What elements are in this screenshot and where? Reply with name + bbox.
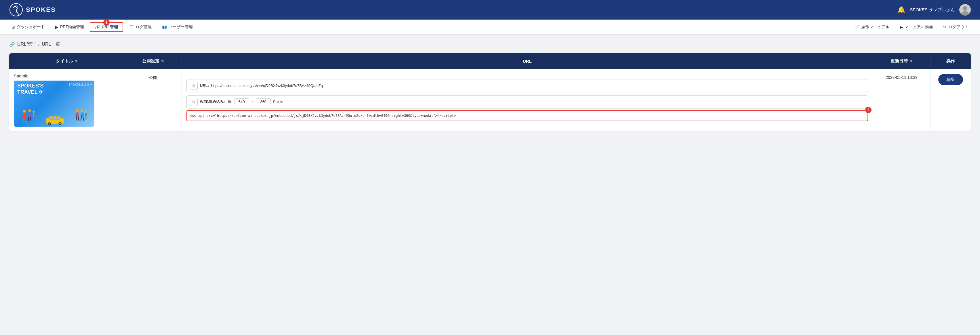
thumb-title-text: SPOKES'STRAVEL ✈ — [17, 83, 43, 95]
nav-label-user: ユーザー管理 — [169, 24, 193, 30]
svg-point-15 — [32, 111, 35, 113]
video-icon: ▶ — [55, 25, 59, 29]
svg-line-14 — [30, 117, 31, 121]
pixels-label: Pixels — [273, 100, 283, 104]
svg-line-38 — [81, 117, 81, 120]
breadcrumb-separator: › — [38, 42, 40, 47]
breadcrumb: 🔗 URL管理 › URL一覧 — [9, 41, 971, 48]
embed-width-input[interactable] — [234, 99, 249, 105]
nav-label-dashboard: ダッシュボード — [17, 24, 45, 30]
nav-label-video-manual: マニュアル動画 — [905, 24, 933, 30]
svg-point-1 — [963, 6, 967, 11]
screen-icon: 🖥 — [227, 99, 232, 104]
visibility-value: 公開 — [149, 75, 157, 80]
svg-point-25 — [49, 123, 50, 124]
edit-button[interactable]: 編集 — [938, 74, 963, 85]
user-name: SPOKES サンプルさん — [910, 7, 955, 13]
th-updated-sort-icon[interactable]: ▼ — [910, 59, 913, 63]
url-label: URL: — [200, 83, 209, 88]
embed-header-box: ⧉ WEB埋め込み: 🖥 × Pixels — [186, 95, 868, 108]
spokes-logo-icon — [9, 3, 23, 17]
embed-code-text: <script src="https://online.ai-spokes.jp… — [190, 114, 456, 118]
embed-code-box[interactable]: <script src="https://online.ai-spokes.jp… — [186, 110, 868, 121]
nav-item-logout[interactable]: ↪ ログアウト — [939, 23, 973, 31]
th-action-label: 操作 — [947, 58, 955, 64]
nav-item-manual[interactable]: 📄 操作マニュアル — [850, 23, 894, 31]
figure-family — [21, 108, 36, 127]
embed-badge: 2 — [865, 107, 872, 113]
svg-line-18 — [33, 117, 34, 120]
td-title: Sample SPOKES'STRAVEL ✈ SPOKES株式会社 — [9, 69, 124, 131]
app-header: SPOKES 🔔 SPOKES サンプルさん — [0, 0, 980, 19]
row-title: Sample — [14, 73, 29, 78]
th-visibility-sort-icon[interactable]: ⇅ — [161, 59, 164, 63]
grid-icon: ⊞ — [11, 25, 15, 29]
url-box: ⧉ URL: https://online.ai-spokes.jp/view/… — [186, 79, 868, 93]
nav-item-dashboard[interactable]: ⊞ ダッシュボード — [7, 23, 49, 31]
td-visibility: 公開 — [124, 69, 182, 131]
copy-url-button[interactable]: ⧉ — [189, 82, 198, 90]
doc-icon: 📄 — [854, 25, 859, 29]
th-action: 操作 — [931, 53, 971, 69]
svg-rect-21 — [49, 116, 52, 120]
times-icon: × — [251, 100, 254, 104]
svg-point-34 — [81, 109, 83, 112]
nav-label-ppt: PPT動画管理 — [60, 24, 84, 30]
nav-right: 📄 操作マニュアル ▶ マニュアル動画 ↪ ログアウト — [850, 23, 973, 31]
svg-line-13 — [29, 117, 29, 121]
svg-point-9 — [29, 109, 31, 112]
nav-item-user[interactable]: 👥 ユーザー管理 — [158, 23, 197, 31]
th-url-label: URL — [523, 59, 532, 64]
url-table: タイトル ⇅ 公開設定 ⇅ URL 更新日時 ▼ 操作 Sample — [9, 53, 971, 131]
svg-line-43 — [86, 116, 86, 119]
exit-icon: ↪ — [943, 25, 947, 29]
embed-section: ⧉ WEB埋め込み: 🖥 × Pixels <script src="https… — [186, 95, 868, 121]
svg-line-32 — [76, 117, 76, 120]
th-url: URL — [182, 53, 873, 69]
table-header-row: タイトル ⇅ 公開設定 ⇅ URL 更新日時 ▼ 操作 — [9, 53, 971, 69]
thumb-company: SPOKES株式会社 — [69, 83, 92, 87]
th-title-sort-icon[interactable]: ⇅ — [75, 59, 78, 63]
main-content: 🔗 URL管理 › URL一覧 タイトル ⇅ 公開設定 ⇅ URL 更新日時 ▼ — [0, 35, 980, 137]
th-visibility: 公開設定 ⇅ — [124, 53, 182, 69]
nav-item-ppt[interactable]: ▶ PPT動画管理 — [51, 23, 89, 31]
table-row: Sample SPOKES'STRAVEL ✈ SPOKES株式会社 — [9, 69, 971, 131]
svg-rect-23 — [57, 116, 60, 120]
svg-rect-41 — [85, 113, 87, 116]
td-url: ⧉ URL: https://online.ai-spokes.jp/view/… — [182, 69, 873, 131]
th-updated: 更新日時 ▼ — [873, 53, 931, 69]
nav-item-video-manual[interactable]: ▶ マニュアル動画 — [895, 23, 937, 31]
nav-item-url[interactable]: 1 🔗 URL管理 — [90, 22, 123, 32]
nav-label-logout: ログアウト — [948, 24, 969, 30]
svg-point-40 — [85, 110, 87, 113]
svg-point-2 — [961, 11, 969, 16]
svg-point-28 — [76, 109, 78, 112]
th-title: タイトル ⇅ — [9, 53, 124, 69]
breadcrumb-parent[interactable]: URL管理 — [17, 41, 36, 48]
embed-height-input[interactable] — [256, 99, 271, 105]
svg-point-3 — [23, 110, 26, 113]
thumb-figures — [14, 107, 94, 127]
svg-line-8 — [25, 119, 26, 123]
notification-icon[interactable]: 🔔 — [897, 6, 905, 14]
copy-embed-button[interactable]: ⧉ — [189, 98, 198, 106]
svg-line-7 — [23, 119, 23, 123]
embed-code-wrapper: <script src="https://online.ai-spokes.jp… — [186, 110, 868, 121]
logo-area: SPOKES — [9, 3, 56, 17]
nav-badge-url: 1 — [103, 19, 110, 26]
svg-rect-22 — [54, 116, 57, 120]
nav-item-log[interactable]: 📋 ログ管理 — [124, 23, 156, 31]
nav-label-url: URL管理 — [102, 24, 118, 30]
thumbnail[interactable]: SPOKES'STRAVEL ✈ SPOKES株式会社 — [14, 81, 94, 127]
breadcrumb-icon: 🔗 — [9, 42, 15, 47]
figure-car — [45, 112, 65, 127]
avatar[interactable] — [959, 4, 971, 16]
svg-line-33 — [78, 117, 79, 120]
svg-point-0 — [10, 3, 22, 16]
breadcrumb-current: URL一覧 — [42, 41, 60, 48]
td-action: 編集 — [931, 69, 971, 131]
th-title-label: タイトル — [56, 58, 73, 64]
nav-label-manual: 操作マニュアル — [861, 24, 889, 30]
svg-rect-16 — [33, 113, 35, 117]
link-icon: 🔗 — [95, 25, 100, 29]
